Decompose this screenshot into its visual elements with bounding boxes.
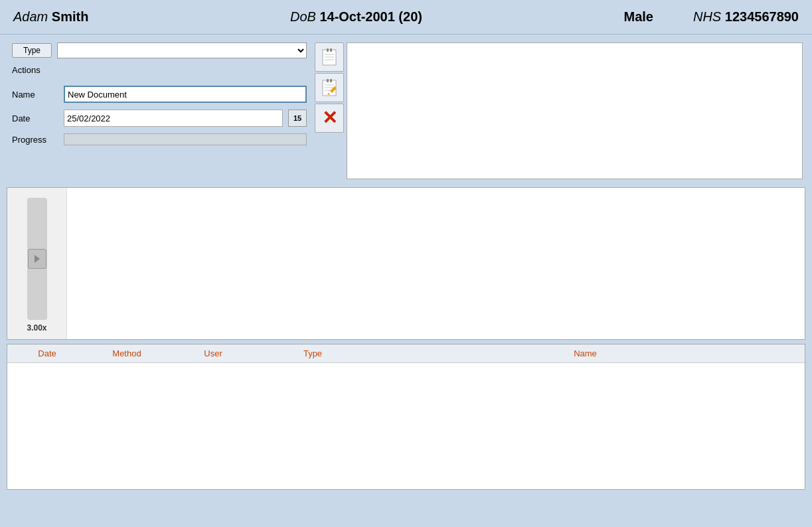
col-header-method: Method bbox=[87, 347, 167, 360]
col-header-user: User bbox=[167, 347, 260, 360]
table-body[interactable] bbox=[7, 363, 805, 489]
name-label: Name bbox=[12, 90, 58, 100]
date-label: Date bbox=[12, 113, 58, 123]
zoom-track bbox=[27, 198, 47, 320]
top-section: Type Actions Name Date 15 Progress bbox=[0, 35, 812, 187]
edit-document-button[interactable] bbox=[315, 73, 344, 102]
svg-rect-5 bbox=[330, 48, 332, 52]
progress-label: Progress bbox=[12, 135, 58, 145]
name-row: Name bbox=[12, 86, 307, 103]
delete-button[interactable]: ✕ bbox=[315, 104, 344, 133]
new-document-icon bbox=[320, 48, 339, 66]
zoom-level-label: 3.00x bbox=[27, 323, 46, 333]
preview-area bbox=[347, 42, 803, 179]
svg-rect-10 bbox=[327, 79, 329, 82]
type-row: Type bbox=[12, 42, 307, 58]
name-input[interactable] bbox=[64, 86, 307, 103]
svg-rect-4 bbox=[327, 48, 329, 52]
toolbar: ✕ bbox=[312, 40, 347, 182]
viewer-section: 3.00x bbox=[7, 187, 805, 340]
date-input[interactable] bbox=[64, 110, 283, 127]
type-select[interactable] bbox=[57, 42, 307, 58]
documents-table: Date Method User Type Name bbox=[7, 344, 805, 490]
new-document-button[interactable] bbox=[315, 42, 344, 72]
calendar-button[interactable]: 15 bbox=[288, 110, 307, 127]
patient-name: Adam Smith bbox=[13, 9, 88, 25]
svg-rect-11 bbox=[330, 79, 332, 82]
actions-label: Actions bbox=[12, 65, 41, 75]
patient-header: Adam Smith DoB 14-Oct-2001 (20) Male NHS… bbox=[0, 0, 812, 35]
date-row: Date 15 bbox=[12, 110, 307, 127]
col-header-name: Name bbox=[366, 347, 805, 360]
form-panel: Type Actions Name Date 15 Progress bbox=[7, 40, 312, 182]
col-header-type: Type bbox=[260, 347, 366, 360]
patient-gender: Male bbox=[624, 9, 653, 25]
patient-dob: DoB 14-Oct-2001 (20) bbox=[128, 9, 584, 25]
progress-row: Progress bbox=[12, 133, 307, 145]
zoom-slider-container: 3.00x bbox=[7, 188, 67, 339]
type-button[interactable]: Type bbox=[12, 43, 52, 58]
progress-bar bbox=[64, 133, 307, 145]
viewer-content bbox=[67, 188, 805, 339]
table-header: Date Method User Type Name bbox=[7, 344, 805, 363]
col-header-date: Date bbox=[7, 347, 87, 360]
delete-icon: ✕ bbox=[322, 109, 337, 127]
patient-nhs: NHS 1234567890 bbox=[693, 9, 799, 25]
zoom-thumb[interactable] bbox=[28, 249, 46, 269]
edit-document-icon bbox=[320, 78, 339, 97]
actions-row: Actions bbox=[12, 65, 307, 79]
zoom-arrow-icon bbox=[35, 255, 40, 263]
